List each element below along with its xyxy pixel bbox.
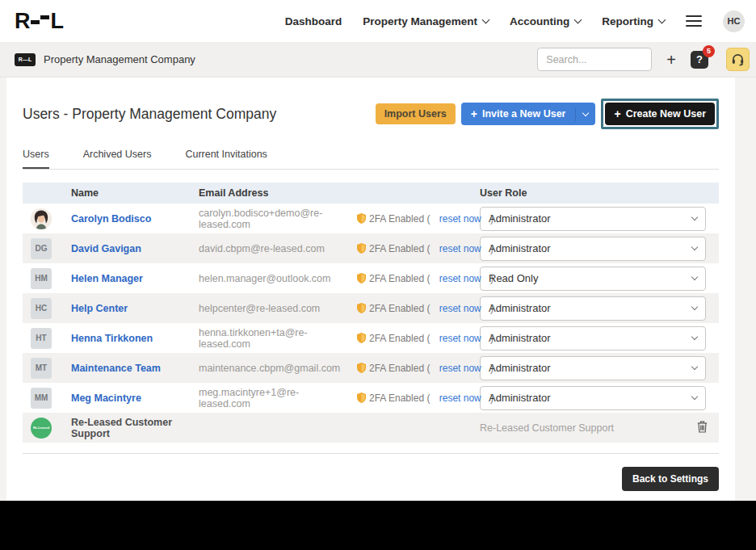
- user-name-link[interactable]: Henna Tirkkonen: [71, 333, 153, 344]
- company-bar: R—L Property Management Company + ? 5: [0, 42, 756, 78]
- user-name-link[interactable]: Re-Leased Customer Support: [71, 417, 172, 439]
- user-role-value: Read Only: [489, 272, 538, 284]
- twofa-reset-link[interactable]: reset now: [439, 333, 481, 344]
- profile-photo: [31, 208, 52, 229]
- twofa-reset-link[interactable]: reset now: [439, 273, 481, 284]
- twofa-label: 2FA Enabled (: [369, 303, 430, 314]
- page-footer-bar: [0, 501, 756, 550]
- user-name-link[interactable]: Help Center: [71, 303, 128, 314]
- create-new-user-button[interactable]: + Create New User: [605, 103, 715, 125]
- table-header-row: Name Email Address User Role: [23, 183, 719, 204]
- top-navigation: Dashboard Property Management Accounting…: [285, 10, 745, 32]
- nav-property-management-label: Property Management: [363, 15, 477, 27]
- quick-add-button[interactable]: +: [665, 52, 678, 68]
- shield-2fa-icon: [357, 333, 366, 343]
- nav-dashboard[interactable]: Dashboard: [285, 15, 342, 27]
- user-role-select[interactable]: Administrator: [480, 207, 706, 231]
- twofa-label: 2FA Enabled (: [369, 393, 430, 404]
- releesed-brand-logo[interactable]: RL: [15, 9, 63, 34]
- shield-2fa-icon: [357, 243, 366, 254]
- twofa-label: 2FA Enabled (: [369, 363, 430, 374]
- col-email: Email Address: [191, 183, 349, 204]
- user-name-link[interactable]: Meg Macintyre: [71, 393, 141, 404]
- user-avatar: MT: [31, 358, 52, 379]
- user-email: helen.manager@outlook.com: [199, 273, 330, 284]
- nav-accounting-label: Accounting: [510, 15, 569, 27]
- invite-new-user-button[interactable]: + Invite a New User: [461, 103, 596, 125]
- user-role-select[interactable]: Administrator: [480, 386, 706, 410]
- help-button[interactable]: ? 5: [691, 51, 708, 69]
- user-role-select[interactable]: Read Only: [480, 267, 706, 291]
- twofa-reset-link[interactable]: reset now: [439, 303, 481, 314]
- col-avatar: [23, 183, 63, 204]
- user-avatar: HC: [31, 298, 52, 319]
- user-avatar: HM: [31, 268, 52, 289]
- user-role-value: Administrator: [489, 242, 551, 254]
- twofa-status: 2FA Enabled ( reset now ): [357, 303, 464, 314]
- user-avatar: MM: [31, 388, 52, 409]
- tab-current-invitations[interactable]: Current Invitations: [185, 149, 267, 169]
- shield-2fa-icon: [357, 393, 366, 403]
- twofa-label: 2FA Enabled (: [369, 333, 430, 344]
- trash-icon: [697, 421, 708, 433]
- invite-dropdown-toggle[interactable]: [575, 107, 595, 121]
- user-role-select[interactable]: Administrator: [480, 296, 706, 321]
- import-users-button[interactable]: Import Users: [376, 103, 456, 124]
- chevron-down-icon: [691, 393, 698, 400]
- chevron-down-icon: [691, 274, 698, 280]
- twofa-reset-link[interactable]: reset now: [439, 213, 481, 225]
- chevron-down-icon: [691, 304, 698, 310]
- user-name-link[interactable]: Helen Manager: [71, 273, 143, 284]
- nav-accounting[interactable]: Accounting: [510, 15, 581, 27]
- tab-users[interactable]: Users: [23, 149, 49, 169]
- company-mini-logo-icon: R—L: [15, 53, 36, 66]
- table-row: MMMeg Macintyremeg.macintyre+1@re-leased…: [23, 383, 719, 413]
- user-role-select[interactable]: Administrator: [480, 237, 706, 261]
- twofa-reset-link[interactable]: reset now: [439, 393, 481, 404]
- top-header: RL Dashboard Property Management Account…: [0, 0, 756, 42]
- user-role-select[interactable]: Administrator: [480, 356, 706, 380]
- col-name: Name: [63, 183, 191, 204]
- twofa-status: 2FA Enabled ( reset now ): [357, 243, 464, 254]
- twofa-reset-link[interactable]: reset now: [439, 363, 481, 374]
- nav-reporting[interactable]: Reporting: [602, 15, 665, 27]
- tab-archived-users[interactable]: Archived Users: [83, 149, 152, 169]
- delete-user-button[interactable]: [695, 419, 709, 437]
- user-role-value: Administrator: [489, 302, 551, 314]
- twofa-status: 2FA Enabled ( reset now ): [357, 393, 464, 404]
- nav-property-management[interactable]: Property Management: [363, 15, 489, 27]
- company-name[interactable]: Property Management Company: [44, 53, 195, 65]
- chevron-down-icon: [582, 109, 589, 115]
- user-avatar-menu[interactable]: HC: [723, 10, 745, 32]
- user-role-select[interactable]: Administrator: [480, 326, 706, 351]
- twofa-label: 2FA Enabled (: [369, 243, 430, 254]
- user-role-value: Administrator: [489, 332, 551, 344]
- user-avatar: HT: [31, 328, 52, 349]
- back-to-settings-button[interactable]: Back to Settings: [622, 467, 719, 491]
- twofa-status: 2FA Enabled ( reset now ): [357, 363, 464, 374]
- brand-logo-bars-icon: [31, 12, 50, 30]
- search-input[interactable]: [537, 48, 652, 71]
- chevron-down-icon: [691, 214, 698, 220]
- brand-logo-r: R: [15, 9, 30, 34]
- annotation-highlight-box: + Create New User: [601, 99, 719, 129]
- user-name-link[interactable]: Carolyn Bodisco: [71, 213, 151, 225]
- user-role-value: Administrator: [489, 212, 551, 225]
- twofa-status: 2FA Enabled ( reset now ): [357, 273, 464, 284]
- notification-badge: 5: [703, 45, 715, 57]
- table-row: Carolyn Bodiscocarolyn.bodisco+demo@re-l…: [23, 204, 719, 233]
- user-avatar: DG: [31, 238, 52, 259]
- user-role-text: Re-Leased Customer Support: [480, 422, 614, 434]
- table-row: HCHelp Centerhelpcenter@re-leased.com2FA…: [23, 293, 719, 323]
- support-headset-button[interactable]: [726, 48, 750, 71]
- shield-2fa-icon: [357, 273, 366, 283]
- user-email: meg.macintyre+1@re-leased.com: [199, 387, 299, 409]
- user-email: carolyn.bodisco+demo@re-leased.com: [199, 208, 322, 230]
- user-name-link[interactable]: Maintenance Team: [71, 363, 161, 374]
- table-row: MTMaintenance Teammaintenance.cbpm@gmail…: [23, 353, 719, 383]
- shield-2fa-icon: [357, 363, 366, 373]
- menu-hamburger-icon[interactable]: [686, 15, 702, 27]
- user-name-link[interactable]: David Gavigan: [71, 243, 141, 254]
- twofa-reset-link[interactable]: reset now: [439, 243, 481, 254]
- create-new-user-label: Create New User: [626, 108, 706, 120]
